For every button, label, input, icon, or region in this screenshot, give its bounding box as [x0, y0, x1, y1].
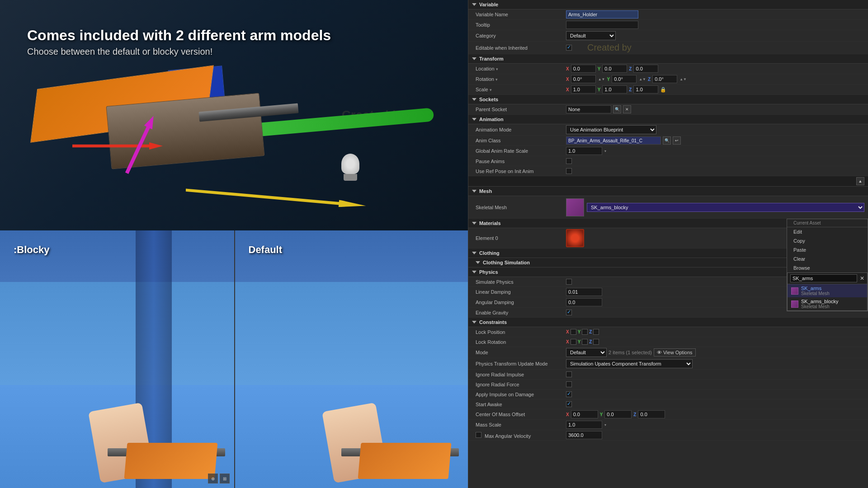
editable-inherited-checkbox[interactable] — [566, 45, 572, 51]
mass-scale-input[interactable] — [566, 421, 602, 429]
scale-x-input[interactable] — [571, 85, 596, 94]
collapse-expand-btn[interactable]: ▲ — [856, 177, 864, 185]
physics-section-title: Physics — [479, 269, 498, 275]
clothing-sim-section-title: Clothing Simulation — [483, 260, 530, 265]
lock-position-xyz: X Y Z — [566, 329, 599, 335]
bulb-base — [344, 174, 357, 181]
constraints-section-title: Constraints — [479, 319, 507, 325]
enable-gravity-checkbox[interactable] — [566, 310, 572, 315]
scale-lock-icon: 🔒 — [660, 87, 666, 93]
section-constraints[interactable]: Constraints — [468, 318, 868, 327]
prop-rotation: Rotation ▾ X ▲▼ Y ▲▼ Z ▲▼ — [468, 74, 868, 84]
physics-transform-select[interactable]: Simulation Upates Component Transform — [566, 359, 693, 368]
anim-mode-value: Use Animation Blueprint — [566, 125, 864, 134]
socket-clear-btn[interactable]: ✕ — [623, 105, 631, 113]
center-mass-z-input[interactable] — [638, 410, 665, 418]
section-variable[interactable]: Variable — [468, 0, 868, 9]
apply-impulse-checkbox[interactable] — [566, 391, 572, 397]
sk-arms-blocky-type: Skeletal Mesh — [801, 304, 839, 309]
global-rate-spin[interactable]: ▾ — [604, 149, 606, 153]
max-angular-checkbox[interactable] — [476, 432, 481, 438]
use-ref-pose-label: Use Ref Pose on Init Anim — [476, 169, 566, 174]
max-angular-input[interactable] — [566, 431, 602, 439]
lock-pos-z-label: Z — [589, 329, 592, 334]
animation-collapse-arrow — [472, 118, 476, 121]
context-edit-item[interactable]: Edit — [787, 227, 868, 236]
lock-pos-z-checkbox[interactable] — [593, 329, 599, 335]
ignore-radial-force-checkbox[interactable] — [566, 381, 572, 387]
fps-walls-left — [0, 282, 234, 398]
location-x-input[interactable] — [571, 65, 596, 73]
context-copy-item[interactable]: Copy — [787, 236, 868, 245]
scale-z-input[interactable] — [633, 85, 658, 94]
anim-class-search-btn[interactable]: 🔍 — [663, 136, 671, 145]
use-ref-pose-checkbox[interactable] — [566, 168, 572, 174]
start-awake-checkbox[interactable] — [566, 401, 572, 407]
element-thumb — [566, 229, 584, 247]
section-mesh[interactable]: Mesh — [468, 187, 868, 196]
lock-rot-z-checkbox[interactable] — [593, 339, 599, 345]
asset-item-sk-arms[interactable]: SK_arms Skeletal Mesh — [788, 284, 867, 297]
parent-socket-input[interactable] — [566, 105, 611, 113]
context-browse-item[interactable]: Browse — [787, 263, 868, 272]
pause-anims-checkbox[interactable] — [566, 158, 572, 164]
prop-lock-position: Lock Position X Y Z — [468, 327, 868, 337]
tooltip-input[interactable] — [566, 21, 638, 29]
rot-z-spin[interactable]: ▲▼ — [679, 77, 687, 81]
animation-section-title: Animation — [479, 117, 504, 122]
variable-name-input[interactable] — [566, 10, 638, 19]
asset-close-btn[interactable]: ✕ — [859, 275, 865, 282]
context-clear-item[interactable]: Clear — [787, 254, 868, 263]
global-rate-input[interactable] — [566, 147, 602, 155]
variable-name-label: Variable Name — [476, 12, 566, 17]
section-animation[interactable]: Animation — [468, 115, 868, 124]
category-select[interactable]: Default — [566, 31, 616, 40]
location-y-input[interactable] — [602, 65, 627, 73]
lock-pos-y-checkbox[interactable] — [582, 329, 588, 335]
asset-item-sk-arms-blocky[interactable]: SK_arms_blocky Skeletal Mesh — [788, 297, 867, 310]
settings-btn-left[interactable]: ⊞ — [220, 474, 230, 483]
center-mass-x-input[interactable] — [571, 410, 598, 418]
rotation-z-input[interactable] — [652, 75, 677, 83]
rot-y-spin[interactable]: ▲▼ — [639, 77, 646, 81]
anim-class-input[interactable] — [566, 136, 661, 145]
rot-x-spin[interactable]: ▲▼ — [598, 77, 605, 81]
asset-search-input[interactable] — [790, 274, 857, 282]
context-paste-item[interactable]: Paste — [787, 245, 868, 254]
items-badge: 2 items (1 selected) — [609, 350, 652, 355]
clothing-collapse-arrow — [472, 252, 476, 254]
anim-mode-select[interactable]: Use Animation Blueprint — [566, 125, 656, 134]
lock-rot-x-label: X — [566, 339, 569, 344]
location-z-input[interactable] — [633, 65, 658, 73]
split-left-blocky: :Blocky ⊕ ⊞ — [0, 230, 234, 488]
context-menu: Current Asset Edit Copy Paste Clear Brow… — [787, 219, 868, 311]
anim-class-arrow-btn[interactable]: ↩ — [673, 136, 681, 145]
enable-gravity-label: Enable Gravity — [476, 310, 566, 315]
rotation-x-input[interactable] — [571, 75, 596, 83]
simulate-physics-checkbox[interactable] — [566, 279, 572, 285]
lock-rot-y-checkbox[interactable] — [582, 339, 588, 345]
prop-category: Category Default — [468, 30, 868, 42]
mesh-dropdown[interactable]: SK_arms_blocky — [587, 203, 864, 212]
scale-value: X Y Z 🔒 — [566, 85, 864, 94]
magnify-btn-left[interactable]: ⊕ — [208, 474, 218, 483]
lock-rot-x-checkbox[interactable] — [571, 339, 576, 345]
mass-scale-spin[interactable]: ▾ — [604, 423, 606, 427]
rotation-y-input[interactable] — [612, 75, 637, 83]
mesh-collapse-arrow — [472, 190, 476, 192]
ignore-radial-impulse-checkbox[interactable] — [566, 371, 572, 377]
view-options-btn[interactable]: 👁 View Options — [654, 348, 696, 357]
mode-select[interactable]: Default — [566, 348, 607, 357]
scale-y-input[interactable] — [602, 85, 627, 94]
angular-damping-input[interactable] — [566, 298, 602, 306]
lock-pos-x-checkbox[interactable] — [571, 329, 576, 335]
center-mass-y-input[interactable] — [604, 410, 632, 418]
section-sockets[interactable]: Sockets — [468, 95, 868, 104]
light-bulb — [339, 154, 362, 181]
socket-search-btn[interactable]: 🔍 — [613, 105, 621, 113]
parent-socket-value: 🔍 ✕ — [566, 105, 864, 113]
section-transform[interactable]: Transform — [468, 54, 868, 64]
linear-damping-input[interactable] — [566, 288, 602, 296]
prop-variable-name: Variable Name — [468, 9, 868, 20]
asset-name-sk-arms-blocky: SK_arms_blocky Skeletal Mesh — [801, 299, 839, 309]
